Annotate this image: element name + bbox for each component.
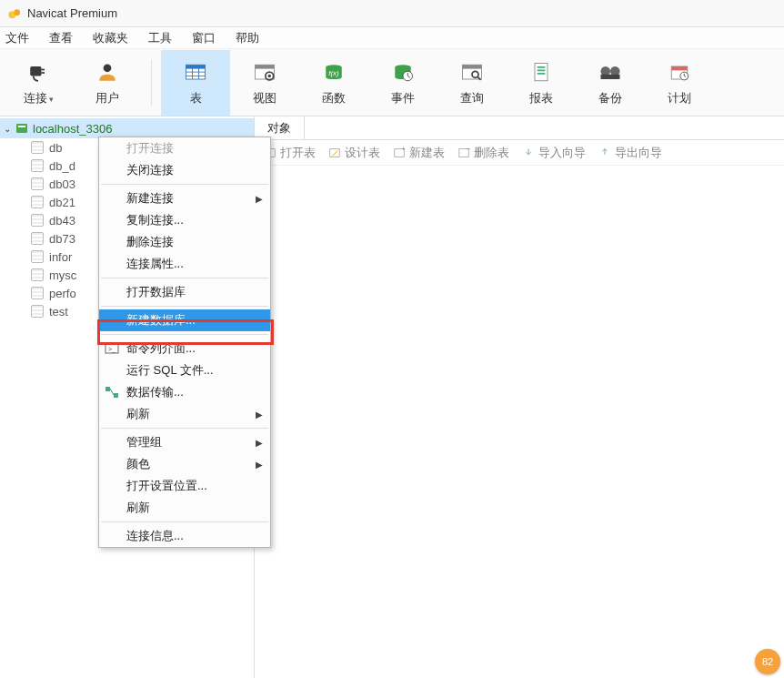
report-icon — [525, 59, 558, 86]
toolbar-backup-label: 备份 — [598, 90, 622, 106]
corner-badge-label: 82 — [762, 656, 773, 667]
svg-point-5 — [104, 64, 112, 72]
cm-duplicate-connection-label: 复制连接... — [126, 212, 184, 228]
obj-tb-export-wizard[interactable]: 导出向导 — [598, 145, 662, 161]
cm-refresh-label: 刷新 — [126, 406, 150, 422]
svg-point-15 — [268, 74, 272, 77]
menu-window[interactable]: 窗口 — [192, 30, 216, 46]
menu-help[interactable]: 帮助 — [236, 30, 259, 46]
caret-down-icon[interactable]: ⌄ — [4, 124, 11, 134]
db-label: mysc — [49, 268, 76, 282]
obj-tb-design-table[interactable]: 设计表 — [328, 145, 380, 161]
new-table-icon: + — [393, 147, 406, 159]
svg-text:−: − — [467, 147, 470, 152]
toolbar-event[interactable]: 事件 — [368, 50, 437, 116]
cm-new-database[interactable]: 新建数据库... — [99, 309, 270, 331]
cm-new-database-label: 新建数据库... — [126, 312, 196, 329]
cm-new-connection[interactable]: 新建连接▶ — [99, 187, 270, 209]
svg-rect-29 — [538, 73, 546, 75]
db-label: db03 — [49, 177, 75, 191]
cm-refresh2[interactable]: 刷新 — [99, 497, 270, 519]
svg-rect-48 — [106, 387, 110, 391]
db-label: infor — [49, 250, 72, 264]
svg-rect-41 — [330, 148, 340, 157]
cm-refresh[interactable]: 刷新▶ — [99, 403, 270, 425]
toolbar-function[interactable]: f(x) 函数 — [299, 50, 368, 116]
cm-open-settings-location[interactable]: 打开设置位置... — [99, 475, 270, 497]
menu-favorites[interactable]: 收藏夹 — [93, 30, 128, 46]
cm-duplicate-connection[interactable]: 复制连接... — [99, 209, 270, 231]
cm-run-sql-file[interactable]: 运行 SQL 文件... — [99, 359, 270, 381]
obj-tb-delete-table[interactable]: − 删除表 — [457, 145, 509, 161]
db-label: db43 — [49, 214, 75, 228]
cm-color[interactable]: 颜色▶ — [99, 453, 270, 475]
obj-tb-import-wizard[interactable]: 导入向导 — [522, 145, 586, 161]
connection-label: localhost_3306 — [33, 122, 112, 136]
cm-connection-properties[interactable]: 连接属性... — [99, 253, 270, 275]
svg-rect-49 — [114, 393, 118, 398]
main-panel: 对象 打开表 设计表 + 新建表 − 删除表 导入向导 — [255, 116, 784, 678]
object-tabs: 对象 — [255, 116, 784, 140]
database-icon — [31, 268, 44, 281]
app-title: Navicat Premium — [27, 6, 117, 20]
cm-command-line-label: 命令列介面... — [126, 340, 196, 357]
svg-rect-27 — [538, 66, 546, 68]
cm-open-database-label: 打开数据库 — [126, 284, 186, 300]
toolbar-user[interactable]: 用户 — [73, 50, 142, 116]
toolbar-backup[interactable]: 备份 — [576, 50, 645, 116]
menubar: 文件 查看 收藏夹 工具 窗口 帮助 — [0, 27, 784, 49]
menu-view[interactable]: 查看 — [49, 30, 73, 46]
cm-delete-connection[interactable]: 删除连接 — [99, 231, 270, 253]
toolbar-report[interactable]: 报表 — [507, 50, 576, 116]
toolbar-user-label: 用户 — [95, 90, 119, 106]
toolbar-connect-label: 连接 — [24, 91, 47, 105]
connection-icon — [15, 121, 29, 136]
toolbar-view[interactable]: 视图 — [230, 50, 299, 116]
cm-close-connection[interactable]: 关闭连接 — [99, 159, 270, 181]
plug-icon — [22, 59, 55, 86]
obj-tb-delete-table-label: 删除表 — [474, 145, 509, 161]
database-icon — [31, 196, 44, 208]
database-icon — [31, 287, 44, 299]
schedule-icon — [663, 59, 696, 86]
cm-open-connection: 打开连接 — [99, 137, 270, 159]
app-logo-icon — [7, 6, 22, 21]
menu-file[interactable]: 文件 — [5, 30, 29, 46]
query-icon — [456, 59, 488, 86]
db-label: db21 — [49, 196, 75, 209]
table-icon — [179, 59, 212, 86]
svg-rect-26 — [535, 63, 548, 80]
cm-open-database[interactable]: 打开数据库 — [99, 281, 270, 303]
obj-tb-design-table-label: 设计表 — [345, 145, 380, 161]
db-label: test — [49, 305, 68, 319]
cm-manage-group-label: 管理组 — [126, 434, 162, 450]
submenu-arrow-icon: ▶ — [256, 194, 263, 204]
data-transfer-icon — [105, 385, 119, 400]
toolbar-table[interactable]: 表 — [161, 50, 230, 116]
obj-tb-open-table[interactable]: 打开表 — [264, 145, 316, 161]
toolbar-query[interactable]: 查询 — [437, 50, 507, 116]
menu-tools[interactable]: 工具 — [148, 30, 172, 46]
database-icon — [31, 177, 44, 190]
cm-command-line[interactable]: >_ 命令列介面... — [99, 338, 270, 359]
tree-connection[interactable]: ⌄ localhost_3306 — [0, 118, 254, 138]
cm-new-connection-label: 新建连接 — [126, 190, 174, 207]
cm-open-settings-location-label: 打开设置位置... — [126, 478, 207, 494]
db-label: db — [49, 141, 62, 155]
cm-data-transfer[interactable]: 数据传输... — [99, 381, 270, 403]
svg-rect-7 — [186, 65, 206, 68]
toolbar-connect[interactable]: 连接▾ — [4, 50, 73, 116]
design-table-icon — [328, 147, 341, 159]
obj-tb-new-table[interactable]: + 新建表 — [393, 145, 445, 161]
cm-refresh2-label: 刷新 — [126, 500, 150, 516]
cm-manage-group[interactable]: 管理组▶ — [99, 431, 270, 453]
svg-text:+: + — [402, 147, 406, 152]
submenu-arrow-icon: ▶ — [256, 460, 263, 470]
submenu-arrow-icon: ▶ — [256, 438, 263, 448]
toolbar-function-label: 函数 — [322, 90, 346, 106]
cm-connection-info[interactable]: 连接信息... — [99, 525, 270, 547]
cm-run-sql-file-label: 运行 SQL 文件... — [126, 362, 214, 379]
toolbar-schedule[interactable]: 计划 — [645, 50, 714, 116]
corner-badge[interactable]: 82 — [755, 649, 780, 674]
svg-rect-38 — [16, 124, 27, 133]
